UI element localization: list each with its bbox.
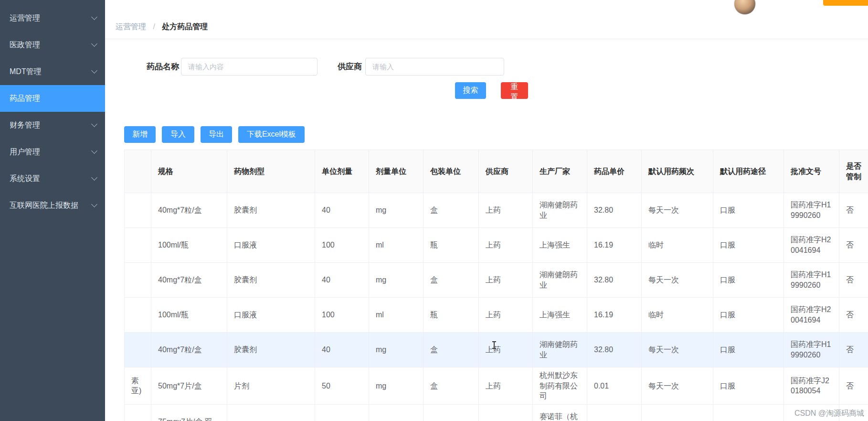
table-cell: 上药 xyxy=(479,367,533,405)
table-cell xyxy=(125,228,151,263)
table-cell: 40mg*7粒/盒 xyxy=(151,263,227,298)
col-approval-number: 批准文号 xyxy=(784,150,839,193)
sidebar-item-users[interactable]: 用户管理 xyxy=(0,139,105,165)
supplier-label: 供应商 xyxy=(338,58,362,76)
table-cell xyxy=(713,404,784,421)
table-cell: mg xyxy=(369,263,423,298)
table-cell: 32.80 xyxy=(587,263,642,298)
table-cell: 40 xyxy=(315,193,369,228)
table-cell xyxy=(642,404,713,421)
table-row-highlighted[interactable]: 40mg*7粒/盒 胶囊剂 40 mg 盒 上药 湖南健朗药业 32.80 每天… xyxy=(125,333,868,367)
chevron-down-icon xyxy=(91,174,97,181)
reset-button[interactable]: 重置 xyxy=(501,82,528,99)
table-cell: 上海强生 xyxy=(533,228,587,263)
sidebar-item-label: 互联网医院上报数据 xyxy=(10,201,78,211)
col-dosage-form: 药物剂型 xyxy=(227,150,315,193)
sidebar-item-operations[interactable]: 运营管理 xyxy=(0,5,105,32)
table-cell: 瓶 xyxy=(423,228,479,263)
table-cell: 国药准字H20041694 xyxy=(784,228,839,263)
table-cell xyxy=(125,333,151,367)
chevron-down-icon xyxy=(91,14,97,20)
table-row[interactable]: 100ml/瓶 口服液 100 ml 瓶 上药 上海强生 16.19 临时 口服… xyxy=(125,228,868,263)
table-cell: 每天一次 xyxy=(642,367,713,405)
table-cell: mg xyxy=(369,193,423,228)
breadcrumb-parent[interactable]: 运营管理 xyxy=(116,22,146,31)
table-cell: 16.19 xyxy=(587,228,642,263)
add-button[interactable]: 新增 xyxy=(124,126,156,143)
table-cell: 盒 xyxy=(423,367,479,405)
table-cell: 否 xyxy=(839,228,868,263)
table-cell: 50mg*7片/盒 xyxy=(151,367,227,405)
table-cell xyxy=(423,404,479,421)
table-cell: 湖南健朗药业 xyxy=(533,193,587,228)
sidebar-item-drug-management[interactable]: 药品管理 xyxy=(0,85,105,112)
table-cell: 片剂 xyxy=(227,367,315,405)
sidebar-item-internet-hospital-report[interactable]: 互联网医院上报数据 xyxy=(0,192,105,219)
table-row[interactable]: 75mgx7片/盒 双 赛诺菲（杭州） xyxy=(125,404,868,421)
chevron-down-icon xyxy=(91,41,97,47)
table-cell: 盒 xyxy=(423,333,479,367)
table-cell: mg xyxy=(369,333,423,367)
sidebar-item-settings[interactable]: 系统设置 xyxy=(0,165,105,192)
table-cell: 口服液 xyxy=(227,298,315,333)
table-cell: 75mgx7片/盒 双 xyxy=(151,404,227,421)
table-cell: 否 xyxy=(839,367,868,405)
table-cell: 16.19 xyxy=(587,298,642,333)
sidebar-item-label: 系统设置 xyxy=(10,174,40,184)
drug-name-input[interactable] xyxy=(181,58,318,76)
download-template-button[interactable]: 下载Excel模板 xyxy=(238,126,305,143)
col-spec: 规格 xyxy=(151,150,227,193)
table-cell: 50 xyxy=(315,367,369,405)
import-button[interactable]: 导入 xyxy=(162,126,194,143)
sidebar-item-label: 运营管理 xyxy=(10,13,40,23)
top-right-button[interactable] xyxy=(823,0,868,6)
col-route: 默认用药途径 xyxy=(713,150,784,193)
table-cell: 口服 xyxy=(713,367,784,405)
table-cell: 临时 xyxy=(642,228,713,263)
sidebar-item-label: 财务管理 xyxy=(10,120,40,130)
table-cell: 国药准字H19990260 xyxy=(784,263,839,298)
table-row[interactable]: 100ml/瓶 口服液 100 ml 瓶 上药 上海强生 16.19 临时 口服… xyxy=(125,298,868,333)
table-cell: 否 xyxy=(839,263,868,298)
table-cell: 上药 xyxy=(479,263,533,298)
table-cell: 口服 xyxy=(713,228,784,263)
table-cell: ml xyxy=(369,298,423,333)
table-cell: 0.01 xyxy=(587,367,642,405)
table-cell xyxy=(369,404,423,421)
table-row[interactable]: 40mg*7粒/盒 胶囊剂 40 mg 盒 上药 湖南健朗药业 32.80 每天… xyxy=(125,193,868,228)
top-header: 运营管理 / 处方药品管理 xyxy=(105,0,868,39)
sidebar-item-medical-admin[interactable]: 医政管理 xyxy=(0,32,105,58)
table-cell: 上海强生 xyxy=(533,298,587,333)
col-price: 药品单价 xyxy=(587,150,642,193)
table-cell: 口服液 xyxy=(227,228,315,263)
table-cell: 上药 xyxy=(479,333,533,367)
col-supplier: 供应商 xyxy=(479,150,533,193)
table-cell: 国药准字H20041694 xyxy=(784,298,839,333)
table-cell: 32.80 xyxy=(587,333,642,367)
table-cell: ml xyxy=(369,228,423,263)
supplier-input[interactable] xyxy=(365,58,504,76)
sidebar-item-label: 医政管理 xyxy=(10,40,40,50)
col-manufacturer: 生产厂家 xyxy=(533,150,587,193)
table-cell xyxy=(125,263,151,298)
col-frequency: 默认用药频次 xyxy=(642,150,713,193)
sidebar-item-mdt[interactable]: MDT管理 xyxy=(0,58,105,85)
export-button[interactable]: 导出 xyxy=(201,126,232,143)
watermark: CSDN @淘源码商城 xyxy=(794,409,864,419)
sidebar-item-label: MDT管理 xyxy=(10,67,42,77)
table-cell: 40 xyxy=(315,263,369,298)
table-cell: 胶囊剂 xyxy=(227,333,315,367)
search-button[interactable]: 搜索 xyxy=(455,82,486,99)
table-cell: 40 xyxy=(315,333,369,367)
table-cell: 瓶 xyxy=(423,298,479,333)
table-row[interactable]: 40mg*7粒/盒 胶囊剂 40 mg 盒 上药 湖南健朗药业 32.80 每天… xyxy=(125,263,868,298)
user-avatar[interactable] xyxy=(734,0,756,15)
table-cell: 每天一次 xyxy=(642,333,713,367)
table-cell: 上药 xyxy=(479,228,533,263)
sidebar-item-label: 药品管理 xyxy=(10,94,40,104)
table-row[interactable]: 素亚) 50mg*7片/盒 片剂 50 mg 盒 上药 杭州默沙东制药有限公司 … xyxy=(125,367,868,405)
sidebar-item-finance[interactable]: 财务管理 xyxy=(0,112,105,139)
table-cell: 素亚) xyxy=(125,367,151,405)
table-cell: 盒 xyxy=(423,263,479,298)
table-cell: 国药准字J20180054 xyxy=(784,367,839,405)
